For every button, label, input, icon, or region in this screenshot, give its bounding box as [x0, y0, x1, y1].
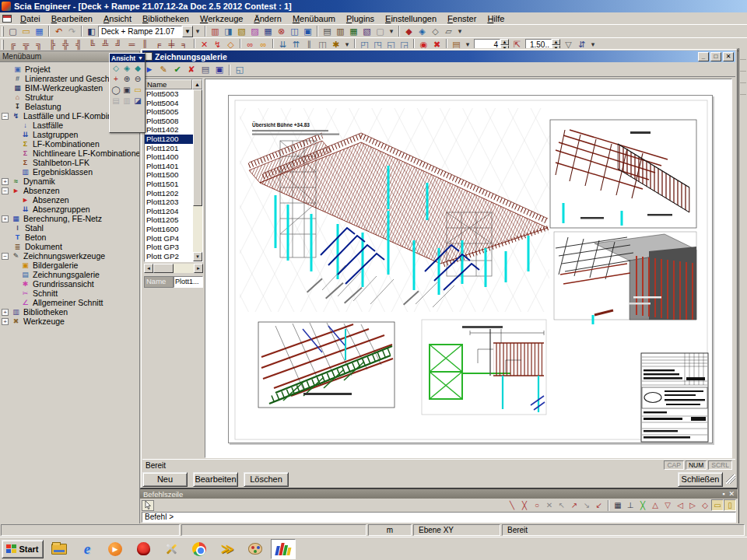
edit-button[interactable]: Bearbeiten — [193, 472, 238, 487]
plot-list-item[interactable]: Plott1600 — [145, 225, 193, 234]
open-view-icon[interactable]: ▭ — [132, 85, 143, 96]
scrollbar-thumb[interactable] — [193, 89, 202, 206]
snap-perp-icon[interactable]: ⊥ — [624, 499, 637, 511]
hand-icon[interactable] — [131, 539, 156, 559]
zoom-out-icon[interactable]: ⊖ — [132, 74, 143, 85]
plot-list-item[interactable]: Plott GP1 — [145, 261, 193, 261]
accept-icon[interactable]: ✔ — [170, 64, 184, 76]
measure-icon[interactable]: ◇ — [429, 26, 442, 37]
project-dropdown-value[interactable]: Deck + Rampe 21.07 — [98, 26, 182, 37]
plot-list-item[interactable]: Plott1200 — [145, 135, 193, 144]
resize-grip[interactable] — [726, 474, 735, 484]
blank-icon[interactable]: ▢ — [374, 26, 387, 37]
beam-icon-6[interactable]: ╣ — [72, 39, 86, 51]
toolbar-grip2[interactable] — [2, 40, 4, 50]
new-button[interactable]: Neu — [142, 472, 188, 487]
collapse-icon[interactable]: − — [2, 187, 9, 194]
reject-icon[interactable]: ✘ — [184, 64, 198, 76]
copy-view-icon[interactable]: ▥ — [121, 96, 132, 107]
tree-item-zeichnungswerkzeuge[interactable]: −✎Zeichnungswerkzeuge — [0, 251, 139, 261]
open-icon[interactable]: ▭ — [19, 26, 33, 37]
zoom-in-icon[interactable]: ⊕ — [121, 74, 132, 85]
overflow3-icon[interactable]: ▾ — [455, 26, 465, 37]
beam-icon-3[interactable]: ╗ — [33, 39, 46, 51]
snap-center-icon[interactable]: ◇ — [699, 499, 711, 511]
menu-ndern[interactable]: Ändern — [248, 13, 286, 24]
layout-icon[interactable]: ◧ — [85, 26, 98, 37]
close-icon[interactable]: ✕ — [723, 52, 734, 61]
mesh-icon[interactable]: ▧ — [235, 26, 248, 37]
plot-list-item[interactable]: Plott5008 — [145, 117, 193, 126]
axes-icon[interactable]: + — [110, 74, 121, 85]
snap-sw-icon[interactable]: ↙ — [593, 499, 605, 511]
menu-bearbeiten[interactable]: Bearbeiten — [46, 13, 98, 24]
plot-list-item[interactable]: Plott1400 — [145, 152, 193, 162]
expand-icon[interactable]: + — [2, 309, 9, 316]
plot-list-item[interactable]: Plott1401 — [145, 162, 193, 171]
gallery-titlebar[interactable]: Zeichnungsgalerie _ □ ✕ — [142, 51, 735, 62]
chevron-down-icon[interactable]: ▼ — [182, 26, 193, 37]
zoomdoc-icon[interactable]: ◈ — [416, 26, 429, 37]
plot-list-item[interactable]: Plott GP3 — [145, 243, 193, 252]
plot-list-item[interactable]: Plott1203 — [145, 198, 193, 207]
pointer-icon[interactable] — [142, 500, 154, 511]
print-icon[interactable]: ▤ — [321, 26, 334, 37]
doc-icon[interactable]: ◨ — [222, 26, 235, 37]
transfer-icon[interactable]: ≫ — [215, 539, 240, 559]
scroll-left-icon[interactable]: ◄ — [144, 264, 153, 273]
menu-bibliotheken[interactable]: Bibliotheken — [137, 13, 195, 24]
edit-plot-icon[interactable]: ✎ — [156, 64, 170, 76]
tree-item-grundrissansicht[interactable]: ✱Grundrissansicht — [20, 279, 139, 289]
view-y-icon[interactable]: ◆ — [132, 63, 143, 74]
gallery-icon[interactable]: ▦ — [347, 26, 360, 37]
expand-icon[interactable]: + — [2, 178, 9, 185]
tree-item-allgemeinerschnitt[interactable]: ∠Allgemeiner Schnitt — [20, 298, 139, 307]
overflow2-icon[interactable]: ▾ — [387, 26, 396, 37]
command-input[interactable]: Befehl > — [142, 512, 736, 523]
snap-track-icon[interactable]: ▯ — [724, 499, 736, 511]
chevron-down-icon[interactable]: ▼ — [138, 55, 143, 61]
expand-icon[interactable]: + — [2, 318, 9, 325]
pin-icon[interactable]: ▪ — [722, 490, 724, 498]
tree-item-absenzen[interactable]: −►Absenzen — [0, 186, 139, 195]
chrome-icon[interactable] — [187, 539, 212, 559]
plot-list-item[interactable]: Plott GP2 — [145, 252, 193, 261]
internet-explorer-icon[interactable]: e — [75, 539, 100, 559]
print-plot-icon[interactable]: ▤ — [198, 64, 212, 76]
view2-icon[interactable]: ▣ — [301, 26, 314, 37]
zoom-window-icon[interactable]: ◯ — [110, 85, 121, 96]
plot-list-item[interactable]: Plott5003 — [145, 89, 193, 99]
beam-icon-4[interactable]: ╠ — [46, 39, 59, 51]
list-vertical-scrollbar[interactable]: ▼ — [193, 89, 202, 261]
snap-delete-icon[interactable]: ✕ — [543, 499, 556, 511]
document-icon[interactable]: ▧ — [360, 26, 374, 37]
maximize-icon[interactable]: □ — [710, 52, 721, 61]
snap-int-icon[interactable]: ╳ — [637, 499, 649, 511]
snap-cross-icon[interactable]: ╳ — [518, 499, 531, 511]
snap-line-icon[interactable]: ╲ — [506, 499, 518, 511]
beam-icon-8[interactable]: ╩ — [99, 39, 112, 51]
plot-list-item[interactable]: Plott1402 — [145, 125, 193, 135]
snap-ortho-icon[interactable]: ▭ — [711, 499, 724, 511]
delete-button[interactable]: Löschen — [244, 472, 289, 487]
save-icon[interactable]: ▦ — [33, 26, 46, 37]
beam-icon-10[interactable]: ═ — [125, 39, 139, 51]
snap-grid-icon[interactable]: ▦ — [612, 499, 624, 511]
menu-datei[interactable]: Datei — [15, 13, 46, 24]
tree-item-bildergalerie[interactable]: ▣Bildergalerie — [20, 261, 139, 270]
collapse-icon[interactable]: − — [2, 253, 9, 260]
sort-asc-icon[interactable]: ▲ — [192, 79, 202, 89]
undo-icon[interactable]: ↶ — [52, 26, 65, 37]
tree-item-stahlbetonlfk[interactable]: ΣStahlbeton-LFK — [20, 158, 139, 167]
scroll-down-icon[interactable]: ▼ — [193, 252, 202, 261]
plot-list-item[interactable]: Plott1205 — [145, 215, 193, 225]
menu-fenster[interactable]: Fenster — [442, 13, 482, 24]
plot-list-item[interactable]: Plott5004 — [145, 99, 193, 108]
menu-einstellungen[interactable]: Einstellungen — [380, 13, 442, 24]
tree-item-berechnungfenetz[interactable]: +▦Berechnung, FE-Netz — [0, 214, 139, 223]
file-manager-icon[interactable] — [47, 539, 72, 559]
ansicht-toolbar-header[interactable]: Ansicht ▼ — [110, 54, 145, 62]
plot-list-item[interactable]: Plott1202 — [145, 189, 193, 198]
snap-end-icon[interactable]: ▽ — [661, 499, 674, 511]
toolbar-grip[interactable] — [2, 26, 4, 37]
